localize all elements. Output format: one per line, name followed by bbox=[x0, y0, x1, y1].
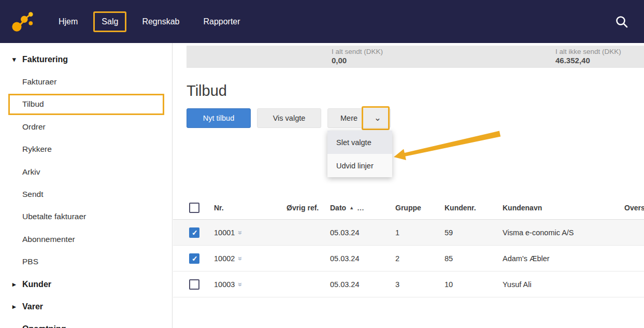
sidebar-item-rykkere[interactable]: Rykkere bbox=[0, 138, 172, 161]
sidebar-item-label: Rykkere bbox=[22, 145, 52, 154]
column-options-icon[interactable]: … bbox=[357, 204, 364, 212]
sort-ascending-icon: ▲ bbox=[349, 205, 354, 210]
cell-gruppe: 2 bbox=[395, 254, 445, 263]
search-icon[interactable] bbox=[615, 15, 628, 28]
column-header-nr[interactable]: Nr. bbox=[214, 204, 287, 212]
sidebar-item-label: Ordrer bbox=[22, 122, 46, 132]
expand-lines-icon[interactable]: » bbox=[236, 282, 245, 287]
column-header-ref[interactable]: Øvrig ref. bbox=[287, 204, 330, 212]
nav-item-hjem[interactable]: Hjem bbox=[50, 11, 86, 32]
sidebar-item-sendt[interactable]: Sendt bbox=[0, 183, 172, 205]
sidebar-item-label: Ubetalte fakturaer bbox=[22, 212, 86, 221]
more-button-label: Mere bbox=[340, 114, 357, 122]
column-header-dato[interactable]: Dato ▲ … bbox=[330, 204, 395, 212]
cell-kundenavn: Yusuf Ali bbox=[503, 280, 624, 289]
caret-right-icon: ▸ bbox=[12, 280, 16, 288]
sidebar: ▾ Fakturering Fakturaer Tilbud Ordrer Ry… bbox=[0, 43, 173, 328]
new-offer-button[interactable]: Nyt tilbud bbox=[187, 108, 251, 128]
column-header-gruppe[interactable]: Gruppe bbox=[395, 204, 445, 212]
total-not-sent-value: 46.352,40 bbox=[555, 56, 621, 65]
expand-lines-icon[interactable]: » bbox=[236, 256, 245, 261]
nav-item-rapporter[interactable]: Rapporter bbox=[195, 11, 248, 32]
sidebar-item-arkiv[interactable]: Arkiv bbox=[0, 161, 172, 183]
sidebar-item-pbs[interactable]: PBS bbox=[0, 251, 172, 273]
cell-nr: 10003 bbox=[214, 280, 235, 289]
cell-nr: 10002 bbox=[214, 254, 235, 263]
sidebar-item-label: Opsætning bbox=[22, 324, 66, 328]
column-header-label: Dato bbox=[330, 204, 346, 212]
sidebar-item-label: Arkiv bbox=[22, 167, 40, 177]
total-sent-value: 0,00 bbox=[332, 56, 383, 65]
sidebar-item-label: Fakturering bbox=[22, 55, 68, 64]
more-dropdown-menu: Slet valgte Udvid linjer bbox=[327, 131, 392, 177]
column-header-oversigt[interactable]: Overs bbox=[624, 204, 644, 212]
cell-kundenr: 10 bbox=[445, 280, 503, 289]
sidebar-item-label: Abonnementer bbox=[22, 235, 75, 244]
total-not-sent-label: I alt ikke sendt (DKK) bbox=[555, 48, 621, 55]
sidebar-item-label: Sendt bbox=[22, 190, 44, 199]
column-header-kundenr[interactable]: Kundenr. bbox=[445, 204, 503, 212]
page-title: Tilbud bbox=[187, 82, 644, 99]
table-row[interactable]: 10003 » 05.03.24 3 10 Yusuf Ali bbox=[173, 272, 644, 297]
cell-kundenr: 85 bbox=[445, 254, 503, 263]
sidebar-item-kunder[interactable]: ▸ Kunder bbox=[0, 273, 172, 295]
chevron-down-icon[interactable]: ⌄ bbox=[374, 116, 381, 121]
sidebar-item-fakturering[interactable]: ▾ Fakturering bbox=[0, 48, 172, 70]
sidebar-item-label: Tilbud bbox=[22, 99, 44, 109]
show-selected-button[interactable]: Vis valgte bbox=[257, 108, 321, 128]
menu-item-udvid-linjer[interactable]: Udvid linjer bbox=[327, 154, 392, 177]
sidebar-item-label: PBS bbox=[22, 257, 38, 266]
more-button[interactable]: Mere ⌄ bbox=[327, 108, 391, 128]
cell-gruppe: 1 bbox=[395, 229, 445, 237]
total-sent-group: I alt sendt (DKK) 0,00 bbox=[332, 48, 383, 65]
totals-summary-bar: I alt sendt (DKK) 0,00 I alt ikke sendt … bbox=[187, 46, 644, 68]
cell-kundenr: 59 bbox=[445, 229, 503, 237]
cell-dato: 05.03.24 bbox=[330, 254, 395, 263]
sidebar-item-label: Kunder bbox=[22, 280, 51, 289]
offers-table: Nr. Øvrig ref. Dato ▲ … Gruppe Kundenr. … bbox=[173, 196, 644, 297]
nav-item-regnskab[interactable]: Regnskab bbox=[134, 11, 188, 32]
nav-item-salg[interactable]: Salg bbox=[93, 11, 126, 32]
cell-gruppe: 3 bbox=[395, 280, 445, 289]
row-checkbox[interactable] bbox=[189, 279, 199, 290]
cell-kundenavn: Adam's Æbler bbox=[503, 254, 624, 263]
sidebar-item-fakturaer[interactable]: Fakturaer bbox=[0, 70, 172, 93]
sidebar-item-ordrer[interactable]: Ordrer bbox=[0, 116, 172, 138]
row-checkbox[interactable] bbox=[189, 227, 199, 238]
total-sent-label: I alt sendt (DKK) bbox=[332, 48, 383, 55]
sidebar-item-ubetalte-fakturaer[interactable]: Ubetalte fakturaer bbox=[0, 206, 172, 228]
sidebar-item-opsaetning[interactable]: ▸ Opsætning bbox=[0, 318, 172, 328]
cell-dato: 05.03.24 bbox=[330, 229, 395, 237]
cell-nr: 10001 bbox=[214, 229, 235, 237]
sidebar-item-abonnementer[interactable]: Abonnementer bbox=[0, 228, 172, 250]
row-checkbox[interactable] bbox=[189, 253, 199, 264]
caret-down-icon: ▾ bbox=[12, 55, 16, 63]
main-content: I alt sendt (DKK) 0,00 I alt ikke sendt … bbox=[173, 43, 644, 328]
total-not-sent-group: I alt ikke sendt (DKK) 46.352,40 bbox=[555, 48, 621, 65]
toolbar: Nyt tilbud Vis valgte Mere ⌄ Slet valgte… bbox=[187, 108, 644, 128]
table-row[interactable]: 10001 » 05.03.24 1 59 Visma e-conomic A/… bbox=[173, 220, 644, 246]
caret-right-icon: ▸ bbox=[12, 325, 16, 328]
top-navigation: Hjem Salg Regnskab Rapporter bbox=[0, 0, 644, 43]
table-header-row: Nr. Øvrig ref. Dato ▲ … Gruppe Kundenr. … bbox=[173, 196, 644, 220]
cell-dato: 05.03.24 bbox=[330, 280, 395, 289]
cell-kundenavn: Visma e-conomic A/S bbox=[503, 229, 624, 237]
sidebar-item-varer[interactable]: ▸ Varer bbox=[0, 295, 172, 318]
menu-item-slet-valgte[interactable]: Slet valgte bbox=[327, 131, 392, 154]
column-header-kundenavn[interactable]: Kundenavn bbox=[503, 204, 624, 212]
e-conomic-logo-icon[interactable] bbox=[10, 10, 34, 34]
sidebar-item-tilbud[interactable]: Tilbud bbox=[0, 93, 172, 116]
sidebar-item-label: Fakturaer bbox=[22, 77, 56, 87]
table-row[interactable]: 10002 » 05.03.24 2 85 Adam's Æbler bbox=[173, 246, 644, 272]
expand-lines-icon[interactable]: » bbox=[236, 231, 245, 235]
select-all-checkbox[interactable] bbox=[189, 203, 199, 213]
caret-right-icon: ▸ bbox=[12, 303, 16, 310]
sidebar-item-label: Varer bbox=[22, 302, 43, 311]
